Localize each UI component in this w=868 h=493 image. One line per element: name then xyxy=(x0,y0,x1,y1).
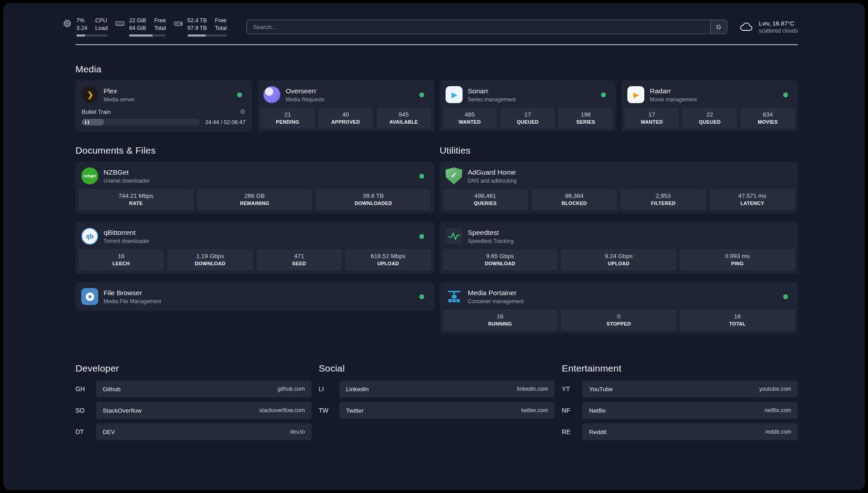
bookmark-reddit[interactable]: RE Reddit reddit.com xyxy=(562,423,798,440)
cpu-load: 3.24 xyxy=(76,25,87,32)
service-card-adguard-home[interactable]: ✓ AdGuard Home DNS and adblocking 498,46… xyxy=(440,162,798,213)
service-description: Container management xyxy=(468,298,524,305)
bookmark-stackoverflow[interactable]: SO StackOverflow stackoverflow.com xyxy=(75,402,312,419)
stat-block: 21 PENDING xyxy=(261,108,315,129)
stat-block: 471 SEED xyxy=(257,249,342,270)
cpu-icon xyxy=(62,17,72,29)
service-card-nzbget[interactable]: nzbget NZBGet Usenet downloader 744.21 M… xyxy=(75,162,434,213)
status-dot xyxy=(237,92,242,97)
stat-block: 485 WANTED xyxy=(443,108,497,129)
bookmark-url: dev.to xyxy=(290,429,305,435)
cpu-widget: 7% CPU 3.24 Load xyxy=(62,17,108,37)
service-name: File Browser xyxy=(104,289,161,297)
service-card-radarr[interactable]: ▶ Radarr Movie management 17 WANTED 22 Q… xyxy=(622,80,798,132)
bookmark-youtube[interactable]: YT YouTube youtube.com xyxy=(562,380,798,397)
cpu-label: CPU xyxy=(95,17,108,24)
bookmark-abbr: SO xyxy=(75,407,90,414)
disk-total-label: Total xyxy=(215,25,226,32)
bookmark-twitter[interactable]: TW Twitter twitter.com xyxy=(319,402,555,419)
status-dot xyxy=(783,294,788,299)
bookmark-name: YouTube xyxy=(589,386,613,393)
search-provider-button[interactable]: G xyxy=(710,20,727,33)
disk-free-label: Free xyxy=(215,17,226,24)
bookmark-github[interactable]: GH Github github.com xyxy=(75,380,312,397)
file-browser-icon xyxy=(81,288,98,305)
service-description: Media server xyxy=(104,96,134,103)
bookmark-name: Reddit xyxy=(589,429,606,435)
bookmark-name: DEV xyxy=(103,429,115,435)
search-bar: G xyxy=(246,20,727,34)
status-dot xyxy=(419,174,424,179)
service-description: Usenet downloader xyxy=(104,178,150,184)
memory-icon xyxy=(115,17,125,29)
section-title-media: Media xyxy=(75,64,798,75)
plex-icon: ❯ xyxy=(81,86,98,103)
bookmark-dev[interactable]: DT DEV dev.to xyxy=(75,423,312,440)
service-name: Sonarr xyxy=(468,87,516,95)
service-name: Speedtest xyxy=(468,229,514,237)
service-card-plex[interactable]: ❯ Plex Media server Bullet Train ⚙ xyxy=(75,80,252,132)
utilities-column: Utilities ✓ AdGuard Home DNS and adblock… xyxy=(440,145,798,334)
service-card-qbittorrent[interactable]: qb qBittorrent Torrent downloader 16 LEE… xyxy=(75,222,434,273)
weather-location: Lviv, 16.87°C xyxy=(759,20,798,27)
stat-block: 1.19 Gbps DOWNLOAD xyxy=(167,249,252,270)
stat-block: 266 GB REMAINING xyxy=(197,189,312,210)
bookmark-name: StackOverflow xyxy=(103,407,142,414)
stat-block: 86,384 BLOCKED xyxy=(532,189,617,210)
service-name: AdGuard Home xyxy=(468,168,517,176)
disk-usage-bar xyxy=(188,34,227,37)
stat-block: 0 STOPPED xyxy=(561,309,676,330)
service-name: Plex xyxy=(104,87,134,95)
stat-block: 618.52 Mbps UPLOAD xyxy=(346,249,430,270)
speedtest-icon xyxy=(446,228,463,245)
service-name: NZBGet xyxy=(104,168,150,176)
memory-free-label: Free xyxy=(154,17,166,24)
bookmark-group-social: Social LI LinkedIn linkedin.com TW Twitt… xyxy=(319,363,555,445)
service-description: Media File Management xyxy=(104,298,161,305)
cpu-percent: 7% xyxy=(76,17,87,24)
stat-block: 40 APPROVED xyxy=(319,108,373,129)
bookmark-name: Twitter xyxy=(346,407,364,414)
stat-block: 17 QUEUED xyxy=(501,108,555,129)
stat-block: 39.6 TB DOWNLOADED xyxy=(316,189,431,210)
overseerr-icon xyxy=(263,86,280,103)
top-bar: 7% CPU 3.24 Load 22 GiB Free 6 xyxy=(62,3,798,37)
stat-block: 17 WANTED xyxy=(625,108,679,129)
bookmark-abbr: TW xyxy=(319,407,334,414)
bookmark-url: netflix.com xyxy=(764,407,791,414)
gear-icon[interactable]: ⚙ xyxy=(240,108,246,115)
stat-block: 196 SERIES xyxy=(559,108,613,129)
bookmark-netflix[interactable]: NF Netflix netflix.com xyxy=(562,402,798,419)
service-card-portainer[interactable]: Media Portainer Container management 16 … xyxy=(440,282,798,334)
bookmark-abbr: YT xyxy=(562,385,576,393)
memory-total: 64 GiB xyxy=(129,25,146,32)
stat-block: 834 MOVIES xyxy=(741,108,795,129)
service-name: Overseerr xyxy=(286,87,325,95)
service-card-overseerr[interactable]: Overseerr Media Requests 21 PENDING 40 A… xyxy=(258,80,434,132)
dashboard-screen: 7% CPU 3.24 Load 22 GiB Free 6 xyxy=(3,3,865,490)
status-dot xyxy=(601,92,606,97)
service-card-speedtest[interactable]: Speedtest Speedtest Tracking 9.65 Gbps D… xyxy=(440,222,798,273)
bookmark-url: reddit.com xyxy=(765,429,791,435)
service-card-file-browser[interactable]: File Browser Media File Management xyxy=(75,282,434,311)
service-name: qBittorrent xyxy=(104,229,150,237)
weather-condition: scattered clouds xyxy=(759,28,798,34)
search-input[interactable] xyxy=(247,24,710,30)
disk-widget: 52.4 TB Free 97.9 TB Total xyxy=(173,17,227,37)
service-card-sonarr[interactable]: ▶ Sonarr Series management 485 WANTED 17… xyxy=(440,80,616,132)
stat-block: 498,461 QUERIES xyxy=(443,189,528,210)
status-dot xyxy=(419,294,424,299)
cpu-usage-bar xyxy=(76,34,108,37)
bookmark-group-developer: Developer GH Github github.com SO StackO… xyxy=(75,363,312,445)
nzbget-icon: nzbget xyxy=(81,167,98,184)
service-description: Speedtest Tracking xyxy=(468,238,514,244)
status-dot xyxy=(419,234,424,239)
service-description: Torrent downloader xyxy=(104,238,150,244)
stat-block: 9.65 Gbps DOWNLOAD xyxy=(443,249,558,270)
service-name: Radarr xyxy=(650,87,697,95)
bookmark-url: youtube.com xyxy=(759,386,791,392)
bookmark-linkedin[interactable]: LI LinkedIn linkedin.com xyxy=(319,380,555,397)
bookmark-group-entertainment: Entertainment YT YouTube youtube.com NF … xyxy=(562,363,798,445)
pause-icon xyxy=(85,121,89,124)
section-title-utilities: Utilities xyxy=(440,145,798,156)
